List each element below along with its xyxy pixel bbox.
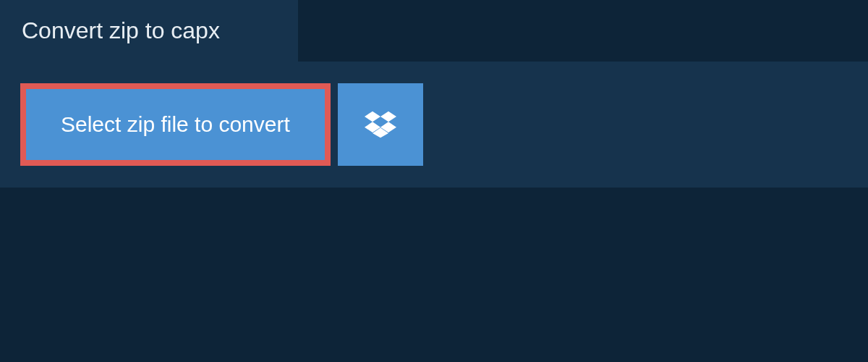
content-panel: Select zip file to convert [0, 62, 868, 188]
button-row: Select zip file to convert [20, 83, 848, 166]
dropbox-button[interactable] [338, 83, 423, 166]
dropbox-icon [365, 109, 396, 140]
page-title: Convert zip to capx [22, 17, 276, 44]
header-tab: Convert zip to capx [0, 0, 298, 62]
select-file-highlight: Select zip file to convert [20, 83, 331, 166]
select-file-button[interactable]: Select zip file to convert [26, 89, 325, 160]
